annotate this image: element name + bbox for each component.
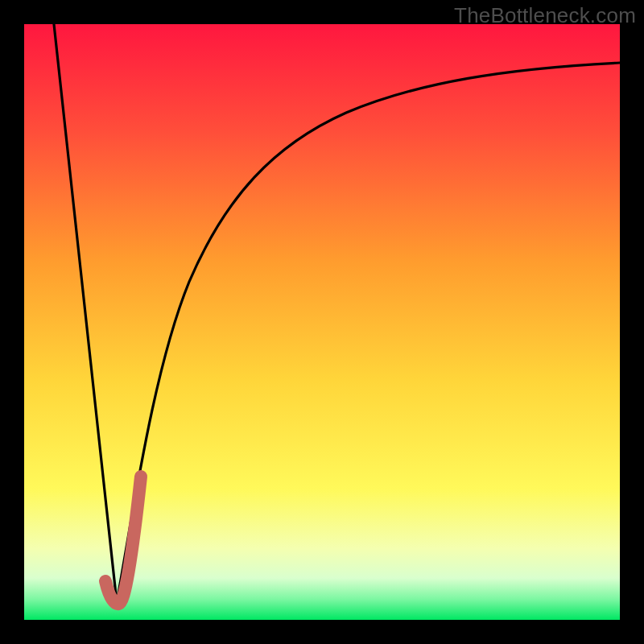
chart-frame: TheBottleneck.com <box>0 0 644 644</box>
gradient-background <box>24 24 620 620</box>
watermark-text: TheBottleneck.com <box>454 3 636 28</box>
bottleneck-chart <box>24 24 620 620</box>
